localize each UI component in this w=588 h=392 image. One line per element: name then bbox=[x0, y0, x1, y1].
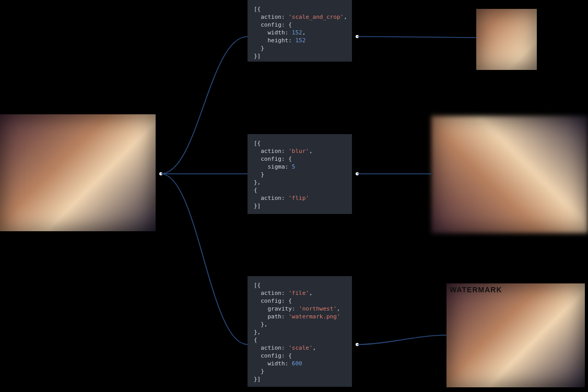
code-token: { bbox=[254, 337, 257, 343]
code-token: 'blur' bbox=[288, 148, 309, 155]
code-token: width: bbox=[254, 29, 292, 36]
code-token: action: bbox=[254, 14, 288, 20]
code-token: width: bbox=[254, 360, 292, 367]
source-out-dot bbox=[159, 172, 162, 175]
code-token: [{ bbox=[254, 6, 261, 13]
code-token: gravity: bbox=[254, 305, 299, 312]
code-token: 152 bbox=[295, 37, 305, 44]
code-token: 'watermark.png' bbox=[288, 313, 340, 320]
code-token: 600 bbox=[292, 360, 302, 367]
code-token: config: { bbox=[254, 21, 292, 28]
code-out-dot-0 bbox=[356, 35, 359, 38]
code-token: [{ bbox=[254, 140, 261, 147]
code-token: [{ bbox=[254, 282, 261, 289]
wire-in-2 bbox=[161, 174, 248, 345]
code-token: config: { bbox=[254, 298, 292, 304]
code-token: action: bbox=[254, 345, 288, 351]
code-token: 'northwest' bbox=[299, 305, 337, 312]
code-token: , bbox=[302, 29, 306, 36]
code-token: height: bbox=[254, 37, 295, 44]
code-token: path: bbox=[254, 313, 288, 320]
code-token: 152 bbox=[292, 29, 302, 36]
code-token: config: { bbox=[254, 156, 292, 162]
wire-out-2 bbox=[357, 335, 446, 345]
code-token: 5 bbox=[292, 163, 296, 170]
code-token: , bbox=[309, 290, 313, 296]
code-token: action: bbox=[254, 290, 288, 296]
code-block-scale_and_crop: [{ action: 'scale_and_crop', config: { w… bbox=[248, 0, 352, 62]
code-token: , bbox=[309, 148, 313, 155]
code-token: }, bbox=[254, 179, 261, 186]
code-token: } bbox=[254, 368, 264, 375]
code-token: action: bbox=[254, 195, 288, 201]
wire-in-0 bbox=[161, 37, 248, 174]
code-token: 'file' bbox=[288, 290, 309, 296]
wire-out-0 bbox=[357, 37, 476, 38]
code-token: config: { bbox=[254, 352, 292, 359]
output-image-scale_and_crop bbox=[476, 9, 537, 70]
code-block-file_scale: [{ action: 'file', config: { gravity: 'n… bbox=[248, 276, 352, 387]
code-token: } bbox=[254, 171, 264, 178]
output-image-blur_flip bbox=[431, 116, 588, 233]
code-token: } bbox=[254, 45, 264, 52]
code-token: sigma: bbox=[254, 163, 292, 170]
code-token: }, bbox=[254, 329, 261, 336]
watermark-label: WATERMARK bbox=[450, 286, 502, 294]
code-block-blur_flip: [{ action: 'blur', config: { sigma: 5 } … bbox=[248, 134, 352, 214]
code-token: , bbox=[344, 14, 347, 20]
code-token: 'scale' bbox=[288, 345, 312, 351]
code-token: }] bbox=[254, 53, 261, 60]
code-out-dot-1 bbox=[356, 172, 359, 175]
code-token: action: bbox=[254, 148, 288, 155]
source-image bbox=[0, 114, 156, 231]
code-token: 'flip' bbox=[288, 195, 309, 201]
code-token: , bbox=[313, 345, 316, 351]
code-token: }] bbox=[254, 203, 261, 209]
code-out-dot-2 bbox=[356, 343, 359, 346]
code-token: 'scale_and_crop' bbox=[288, 14, 344, 20]
output-image-file_scale bbox=[446, 283, 585, 387]
code-token: , bbox=[337, 305, 340, 312]
code-token: { bbox=[254, 187, 257, 194]
code-token: }, bbox=[254, 321, 268, 328]
code-token: }] bbox=[254, 376, 261, 383]
